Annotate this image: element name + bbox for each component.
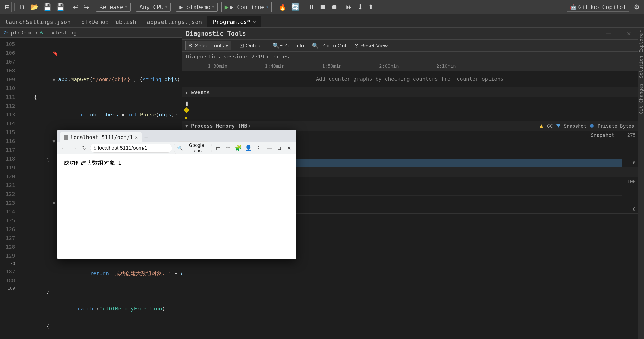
process-memory-collapse-icon: ▼ bbox=[185, 123, 188, 128]
continue-label: ▶ Continue bbox=[230, 4, 264, 10]
any-cpu-label: Any CPU bbox=[139, 4, 164, 10]
pfxdemo-dropdown-icon: ▾ bbox=[212, 5, 214, 9]
browser-address-bar: ← → ↻ ℹ | 🔍 Google Lens ⇄ ☆ 🧩 👤 ⋮ bbox=[57, 142, 296, 154]
refresh-debug-btn[interactable]: 🔄 bbox=[290, 3, 301, 12]
breadcrumb-project-label: pfxDemo bbox=[11, 30, 33, 36]
browser-back-btn[interactable]: ← bbox=[59, 143, 68, 153]
snapshot-legend-label: Snapshot bbox=[564, 123, 587, 129]
any-cpu-btn[interactable]: Any CPU ▾ bbox=[136, 3, 171, 12]
google-lens-btn[interactable]: 🔍 Google Lens bbox=[174, 141, 212, 155]
release-config-btn[interactable]: Release ▾ bbox=[96, 3, 131, 12]
reset-view-icon: ⊙ bbox=[354, 43, 359, 49]
step-over-btn[interactable]: ⏭ bbox=[345, 3, 354, 12]
open-file-btn[interactable]: 📂 bbox=[29, 3, 40, 12]
save-btn[interactable]: 💾 bbox=[42, 3, 53, 12]
undo-btn[interactable]: ↩ bbox=[71, 3, 80, 12]
ruler-4: 2:10min bbox=[436, 63, 456, 69]
browser-refresh-btn[interactable]: ↻ bbox=[80, 143, 89, 153]
diag-maximize-btn[interactable]: □ bbox=[614, 30, 623, 37]
breadcrumb-sep: › bbox=[35, 30, 38, 36]
chart-legend-memory: GC Snapshot Private Bytes bbox=[540, 123, 634, 129]
browser-bookmark-btn[interactable]: ☆ bbox=[224, 143, 232, 153]
reset-view-label: Reset View bbox=[360, 43, 388, 49]
separator-5 bbox=[173, 3, 173, 11]
events-header[interactable]: ▼ Events bbox=[182, 87, 638, 97]
tab-launch-settings[interactable]: launchSettings.json bbox=[0, 16, 76, 27]
output-label: Output bbox=[246, 43, 262, 49]
gear-icon: ⚙ bbox=[188, 43, 193, 49]
gc-legend-label: GC bbox=[547, 123, 553, 129]
redo-btn[interactable]: ↪ bbox=[82, 3, 91, 12]
separator-4 bbox=[133, 3, 133, 11]
google-lens-icon: 🔍 bbox=[177, 145, 183, 151]
browser-profile-btn[interactable]: 👤 bbox=[244, 143, 253, 153]
diag-close-btn[interactable]: ✕ bbox=[624, 30, 634, 37]
perf1-btn[interactable]: ⏸ bbox=[306, 3, 316, 12]
output-btn[interactable]: ⊡ Output bbox=[237, 41, 265, 50]
select-tools-dropdown-icon: ▾ bbox=[226, 43, 229, 49]
process-memory-header[interactable]: ▼ Process Memory (MB) GC Snapshot bbox=[182, 121, 638, 131]
breadcrumb: 🗁 pfxDemo › ⊙ pfxTesting bbox=[0, 28, 182, 38]
tab-appsettings[interactable]: appsettings.json bbox=[142, 16, 207, 27]
zoom-in-btn[interactable]: 🔍+ Zoom In bbox=[270, 41, 307, 50]
diag-minimize-btn[interactable]: — bbox=[603, 30, 613, 37]
tab-pfxdemo-publish-label: pfxDemo: Publish bbox=[81, 19, 136, 25]
diag-sep-2 bbox=[267, 42, 267, 49]
zoom-out-label: Zoom Out bbox=[322, 43, 346, 49]
tab-pfxdemo-publish[interactable]: pfxDemo: Publish bbox=[76, 16, 142, 27]
browser-tab-active[interactable]: localhost:5111/oom/1 ✕ bbox=[60, 132, 142, 142]
browser-translate-btn[interactable]: ⇄ bbox=[213, 143, 222, 153]
solution-explorer-tab[interactable]: Solution Explorer bbox=[638, 30, 644, 78]
tab-appsettings-label: appsettings.json bbox=[147, 19, 202, 25]
browser-close-btn[interactable]: ✕ bbox=[284, 144, 294, 152]
continue-play-icon: ▶ bbox=[225, 3, 229, 11]
browser-new-tab-btn[interactable]: + bbox=[142, 133, 151, 142]
step-out-btn[interactable]: ⬆ bbox=[366, 3, 375, 12]
step-into-btn[interactable]: ⬇ bbox=[356, 3, 365, 12]
browser-tab-favicon bbox=[64, 135, 68, 140]
output-icon: ⊡ bbox=[239, 43, 244, 49]
zoom-in-label: Zoom In bbox=[284, 43, 304, 49]
snapshot-label: Snapshot bbox=[591, 132, 614, 138]
browser-response-text: 成功创建大数组对象: 1 bbox=[64, 160, 121, 166]
browser-forward-btn[interactable]: → bbox=[70, 143, 78, 153]
fire-btn[interactable]: 🔥 bbox=[277, 3, 288, 12]
events-diamond-icon bbox=[184, 107, 190, 113]
git-changes-tab[interactable]: Git Changes bbox=[638, 83, 644, 114]
continue-btn[interactable]: ▶ ▶ Continue ▾ bbox=[221, 2, 272, 12]
refresh-icon: ↻ bbox=[82, 145, 87, 151]
address-input[interactable] bbox=[98, 145, 164, 151]
perf3-btn[interactable]: ⏺ bbox=[329, 3, 339, 12]
events-arrow-icon: ◆ bbox=[184, 114, 187, 121]
zoom-out-btn[interactable]: 🔍- Zoom Out bbox=[309, 41, 349, 50]
extensions-icon: 🧩 bbox=[235, 145, 242, 151]
continue-dropdown-icon: ▾ bbox=[266, 5, 268, 9]
pfxdemo-btn[interactable]: ▶ pfxDemo ▾ bbox=[176, 3, 218, 12]
diag-window-controls: — □ ✕ bbox=[603, 30, 634, 37]
browser-minimize-btn[interactable]: — bbox=[265, 144, 274, 152]
perf2-btn[interactable]: ⏹ bbox=[318, 3, 328, 12]
separator-7 bbox=[304, 3, 304, 11]
settings-btn[interactable]: ⚙ bbox=[632, 3, 641, 12]
lock-icon: ℹ bbox=[94, 145, 96, 151]
browser-maximize-btn[interactable]: □ bbox=[274, 144, 284, 152]
code-line-108: ▼ app.MapGet("/oom/{objs}", (string objs… bbox=[21, 66, 178, 93]
timeline-ruler: 1:30min 1:40min 1:50min 2:00min 2:10min bbox=[182, 61, 638, 71]
copilot-icon: 🤖 bbox=[570, 4, 577, 10]
save-all-btn[interactable]: 💾 bbox=[55, 3, 66, 12]
system-icon-btn[interactable]: ⊞ bbox=[3, 2, 12, 12]
new-file-btn[interactable]: 🗋 bbox=[17, 3, 27, 12]
timeline-hint: Add counter graphs by checking counters … bbox=[182, 71, 638, 87]
select-tools-btn[interactable]: ⚙ Select Tools ▾ bbox=[185, 41, 231, 50]
pfxdemo-label: ▶ pfxDemo bbox=[179, 4, 210, 10]
tab-program-cs[interactable]: Program.cs* ✕ bbox=[207, 16, 261, 27]
reset-view-btn[interactable]: ⊙ Reset View bbox=[352, 41, 391, 50]
tab-program-cs-close[interactable]: ✕ bbox=[253, 19, 256, 25]
browser-menu-btn[interactable]: ⋮ bbox=[254, 143, 263, 153]
browser-tab-close[interactable]: ✕ bbox=[135, 135, 138, 140]
github-copilot-btn[interactable]: 🤖 GitHub Copilot bbox=[567, 3, 629, 12]
ruler-0: 1:30min bbox=[208, 63, 227, 69]
translate-icon: ⇄ bbox=[216, 145, 220, 151]
browser-extensions-btn[interactable]: 🧩 bbox=[234, 143, 243, 153]
address-bar-input-wrap: ℹ | bbox=[90, 144, 172, 153]
